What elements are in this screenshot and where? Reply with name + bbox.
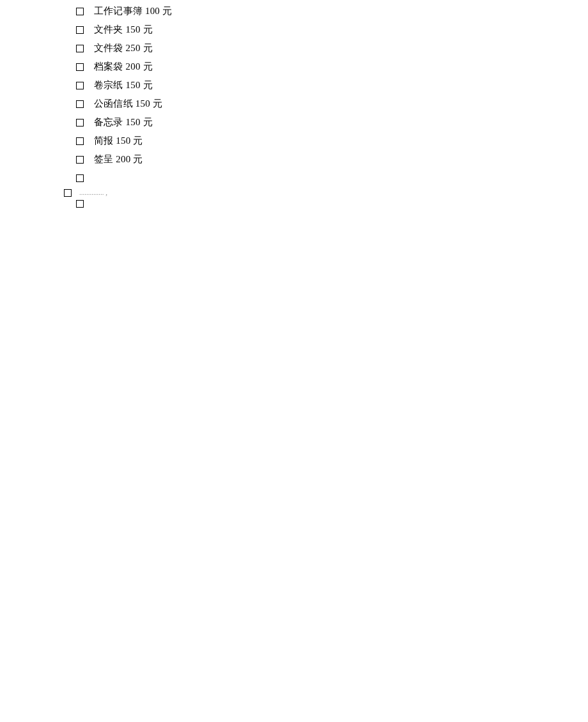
list-item: 简报 150 元	[76, 132, 588, 150]
checkbox-icon[interactable]	[76, 156, 84, 164]
list-item: 公函信纸 150 元	[76, 95, 588, 113]
list-item: 备忘录 150 元	[76, 113, 588, 132]
item-label: 档案袋 200 元	[94, 60, 153, 73]
item-label: 简报 150 元	[94, 134, 143, 148]
item-label: 备忘录 150 元	[94, 116, 153, 129]
checkbox-icon[interactable]	[76, 63, 84, 71]
outer-item: .............. ,	[64, 188, 588, 197]
item-label: 卷宗纸 150 元	[94, 79, 153, 92]
item-label: 公函信纸 150 元	[94, 97, 162, 111]
item-list: 工作记事簿 100 元 文件夹 150 元 文件袋 250 元 档案袋 200 …	[76, 2, 588, 187]
list-item: 工作记事簿 100 元	[76, 2, 588, 20]
list-item: 签呈 200 元	[76, 150, 588, 169]
list-item: 档案袋 200 元	[76, 58, 588, 76]
list-item: 文件袋 250 元	[76, 39, 588, 58]
item-label: 签呈 200 元	[94, 153, 143, 166]
checkbox-icon[interactable]	[64, 189, 72, 197]
checkbox-icon[interactable]	[76, 8, 84, 15]
checkbox-icon[interactable]	[76, 45, 84, 52]
trailing-item	[76, 200, 588, 208]
list-item: 卷宗纸 150 元	[76, 76, 588, 95]
checkbox-icon[interactable]	[76, 137, 84, 145]
list-item: 文件夹 150 元	[76, 20, 588, 39]
checkbox-icon[interactable]	[76, 119, 84, 127]
checkbox-icon[interactable]	[76, 26, 84, 34]
list-item	[76, 169, 588, 187]
checkbox-icon[interactable]	[76, 200, 84, 208]
checkbox-icon[interactable]	[76, 174, 84, 182]
dots-label: .............. ,	[79, 188, 107, 197]
checkbox-icon[interactable]	[76, 82, 84, 89]
item-label: 文件夹 150 元	[94, 23, 153, 36]
item-label: 工作记事簿 100 元	[94, 4, 172, 18]
checkbox-icon[interactable]	[76, 100, 84, 108]
item-label: 文件袋 250 元	[94, 42, 153, 55]
